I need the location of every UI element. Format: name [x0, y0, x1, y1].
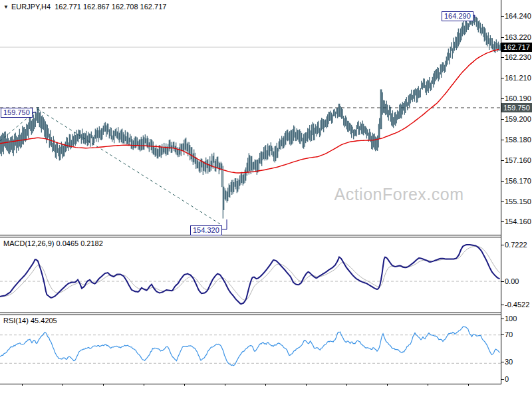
axis-tick-label: 0: [505, 375, 509, 383]
price-panel-bottom-border: [0, 235, 501, 235]
ohlc-values: 162.771 162.867 162.708 162.717: [55, 3, 166, 11]
time-axis-tick: [387, 384, 388, 386]
rsi-indicator-label: RSI(14) 45.4205: [3, 317, 57, 325]
axis-tick: [501, 140, 504, 140]
rsi-chart-canvas[interactable]: [0, 315, 501, 384]
axis-tick-label: 156.170: [505, 177, 531, 185]
time-axis-tick: [346, 384, 347, 386]
high-annotation-badge: 164.290: [442, 11, 473, 21]
axis-tick: [501, 379, 504, 380]
axis-tick: [501, 37, 504, 38]
axis-tick: [501, 201, 504, 202]
axis-tick: [501, 98, 504, 99]
axis-tick-label: 162.230: [505, 53, 531, 61]
axis-tick-label: 154.160: [505, 217, 531, 225]
time-axis-tick: [22, 384, 23, 386]
axis-tick-label: 0.00: [505, 277, 519, 285]
axis-tick: [501, 319, 504, 319]
time-axis-tick: [468, 384, 469, 386]
symbol-dropdown-icon[interactable]: ▼: [3, 4, 9, 10]
axis-tick-label: 0.7222: [505, 241, 527, 249]
low-annotation-badge: 154.320: [190, 225, 222, 235]
level-axis-badge: 159.750: [501, 103, 532, 112]
time-axis-border: [0, 384, 501, 384]
level-annotation-badge: 159.750: [1, 108, 33, 118]
rsi-name: RSI(14): [3, 317, 29, 325]
symbol-timeframe: EURJPY,H4: [11, 3, 51, 11]
axis-tick: [501, 57, 504, 58]
time-axis-tick: [225, 384, 225, 386]
chart-title: ▼EURJPY,H4 162.771 162.867 162.708 162.7…: [3, 3, 166, 11]
axis-tick: [501, 334, 504, 335]
axis-tick: [501, 16, 504, 17]
time-axis-tick: [306, 384, 307, 386]
axis-tick-label: 30: [505, 358, 513, 366]
axis-tick-label: 161.210: [505, 74, 531, 82]
time-axis-tick: [144, 384, 144, 386]
axis-tick: [501, 78, 504, 78]
time-axis-tick: [428, 384, 428, 386]
axis-tick-label: -0.4522: [505, 301, 529, 309]
axis-tick: [501, 160, 504, 161]
current-price-axis-badge: 162.717: [501, 43, 532, 52]
time-axis-tick: [184, 384, 185, 386]
axis-tick-label: 100: [505, 315, 517, 323]
axis-tick-label: 70: [505, 331, 513, 338]
axis-tick: [501, 245, 504, 245]
chart-window: ▼EURJPY,H4 162.771 162.867 162.708 162.7…: [0, 0, 532, 399]
axis-tick: [501, 362, 504, 362]
macd-chart-canvas[interactable]: [0, 237, 501, 313]
axis-tick: [501, 181, 504, 182]
macd-values: 0.0465 0.2182: [56, 239, 102, 247]
macd-name: MACD(12,26,9): [3, 239, 54, 247]
axis-tick-label: 155.150: [505, 198, 531, 205]
axis-tick-label: 164.240: [505, 12, 531, 20]
axis-tick-label: 160.190: [505, 94, 531, 102]
axis-tick: [501, 305, 504, 305]
axis-tick-label: 158.180: [505, 136, 531, 144]
axis-tick-label: 157.160: [505, 156, 531, 164]
axis-tick-label: 159.200: [505, 115, 531, 123]
rsi-value: 45.4205: [31, 317, 57, 325]
macd-indicator-label: MACD(12,26,9) 0.0465 0.2182: [3, 239, 103, 247]
macd-panel-top-border: [0, 237, 501, 237]
time-axis-tick: [103, 384, 104, 386]
axis-tick: [501, 221, 504, 222]
axis-tick: [501, 119, 504, 120]
time-axis-tick: [265, 384, 266, 386]
macd-panel-bottom-border: [0, 313, 501, 313]
rsi-panel-top-border: [0, 315, 501, 315]
axis-tick: [501, 281, 504, 282]
watermark: ActionForex.com: [334, 185, 464, 204]
time-axis[interactable]: 24 Aug 20231 Sep 04:008 Sep 12:0015 Sep …: [0, 384, 532, 399]
axis-tick-label: 163.220: [505, 33, 531, 41]
time-axis-tick: [63, 384, 63, 386]
